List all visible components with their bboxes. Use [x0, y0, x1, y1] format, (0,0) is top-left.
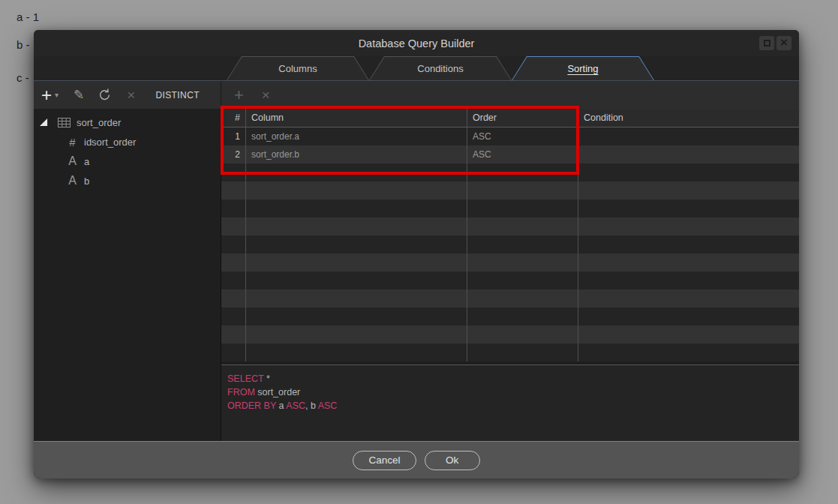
table-row[interactable]: 1sort_order.aASC — [221, 128, 799, 146]
table-cell — [467, 200, 578, 218]
sql-preview: SELECT *FROM sort_orderORDER BY a ASC, b… — [221, 364, 799, 441]
table-cell: sort_order.b — [246, 146, 467, 164]
table-cell — [467, 326, 578, 344]
table-row[interactable] — [221, 182, 799, 200]
dialog-titlebar[interactable]: Database Query Builder × — [34, 30, 799, 56]
tab-sorting[interactable]: Sorting — [512, 56, 654, 80]
table-cell — [246, 326, 467, 344]
table-cell — [246, 164, 467, 182]
table-cell — [221, 182, 246, 200]
text-column-icon-glyph: A — [67, 154, 78, 168]
sql-line: SELECT * — [227, 372, 793, 386]
table-row[interactable] — [221, 326, 799, 344]
table-cell — [467, 308, 578, 326]
table-cell: ASC — [467, 128, 578, 146]
text-column-icon-glyph: A — [67, 174, 78, 188]
ok-button[interactable]: Ok — [425, 451, 480, 470]
table-row[interactable] — [221, 164, 799, 182]
schema-toolbar: + ▾ ✎ × DISTINCT — [34, 81, 221, 109]
plus-icon: + — [234, 87, 244, 104]
table-cell — [221, 344, 246, 362]
table-row[interactable] — [221, 344, 799, 362]
table-cell — [221, 218, 246, 236]
table-cell — [467, 218, 578, 236]
table-cell: ASC — [467, 146, 578, 164]
table-cell: 2 — [221, 146, 246, 164]
table-row[interactable] — [221, 272, 799, 290]
table-cell: 1 — [221, 128, 246, 146]
tab-conditions[interactable]: Conditions — [369, 56, 512, 80]
sql-keyword: FROM — [227, 387, 255, 398]
table-cell — [246, 272, 467, 290]
add-table-button[interactable]: + ▾ — [41, 86, 59, 104]
tree-node-column[interactable]: #idsort_order — [34, 132, 221, 152]
tree-node-column[interactable]: Ab — [34, 171, 221, 190]
cancel-button[interactable]: Cancel — [353, 451, 416, 470]
column-header: # — [221, 109, 246, 127]
close-icon: × — [780, 36, 788, 49]
table-cell — [578, 272, 799, 290]
table-cell — [467, 182, 578, 200]
table-cell — [221, 200, 246, 218]
remove-sort-button[interactable]: × — [262, 88, 270, 102]
tree-children: #idsort_orderAaAb — [34, 132, 221, 190]
sql-keyword: ASC — [286, 400, 305, 411]
table-cell — [467, 290, 578, 308]
query-builder-dialog: Database Query Builder × ColumnsConditio… — [34, 30, 799, 478]
table-cell — [578, 326, 799, 344]
tree-node-label: b — [84, 176, 89, 187]
table-cell — [221, 236, 246, 254]
sorting-grid: #ColumnOrderCondition 1sort_order.aASC2s… — [221, 109, 799, 362]
tab-bar: ColumnsConditionsSorting — [34, 56, 799, 81]
column-header: Condition — [578, 109, 799, 127]
background-text-line: c - — [17, 71, 29, 84]
expand-collapse-icon[interactable] — [40, 118, 48, 127]
table-row[interactable] — [221, 308, 799, 326]
edit-button[interactable]: ✎ — [74, 87, 84, 103]
refresh-icon — [98, 88, 112, 102]
tree-node-label: sort_order — [77, 117, 121, 128]
tab-columns[interactable]: Columns — [227, 56, 369, 80]
chevron-down-icon: ▾ — [55, 91, 59, 99]
table-row[interactable] — [221, 200, 799, 218]
add-sort-button[interactable]: + — [234, 87, 244, 104]
distinct-toggle[interactable]: DISTINCT — [155, 90, 200, 100]
sql-line: FROM sort_order — [227, 386, 793, 399]
table-cell: sort_order.a — [246, 128, 467, 146]
dialog-main: sort_order #idsort_orderAaAb #ColumnOrde… — [34, 109, 799, 441]
table-cell — [578, 200, 799, 218]
text-column-icon: A — [67, 154, 78, 168]
table-cell — [246, 218, 467, 236]
sorting-panel: #ColumnOrderCondition 1sort_order.aASC2s… — [221, 109, 799, 441]
delete-icon: × — [127, 88, 135, 102]
sql-text: a — [276, 400, 286, 411]
table-row[interactable] — [221, 290, 799, 308]
tree-node-table[interactable]: sort_order — [34, 112, 221, 132]
table-cell — [578, 290, 799, 308]
tab-label: Columns — [227, 56, 369, 80]
grid-header-row: #ColumnOrderCondition — [221, 109, 799, 128]
table-cell — [246, 254, 467, 272]
table-row[interactable]: 2sort_order.bASC — [221, 146, 799, 164]
table-cell — [578, 164, 799, 182]
table-cell — [578, 182, 799, 200]
table-row[interactable] — [221, 236, 799, 254]
table-cell — [578, 344, 799, 362]
table-cell — [246, 290, 467, 308]
table-cell — [221, 164, 246, 182]
numeric-column-icon-glyph: # — [67, 136, 78, 148]
remove-table-button[interactable]: × — [127, 88, 135, 102]
table-row[interactable] — [221, 218, 799, 236]
table-cell — [578, 236, 799, 254]
plus-icon: + — [41, 86, 52, 104]
refresh-button[interactable] — [98, 88, 112, 102]
close-button[interactable]: × — [776, 36, 791, 50]
table-row[interactable] — [221, 254, 799, 272]
table-cell — [578, 308, 799, 326]
schema-tree-panel: sort_order #idsort_orderAaAb — [34, 109, 221, 441]
maximize-button[interactable] — [759, 36, 774, 50]
dialog-title: Database Query Builder — [359, 38, 475, 50]
tree-node-column[interactable]: Aa — [34, 152, 221, 171]
tab-label: Conditions — [369, 56, 512, 80]
table-cell — [221, 290, 246, 308]
